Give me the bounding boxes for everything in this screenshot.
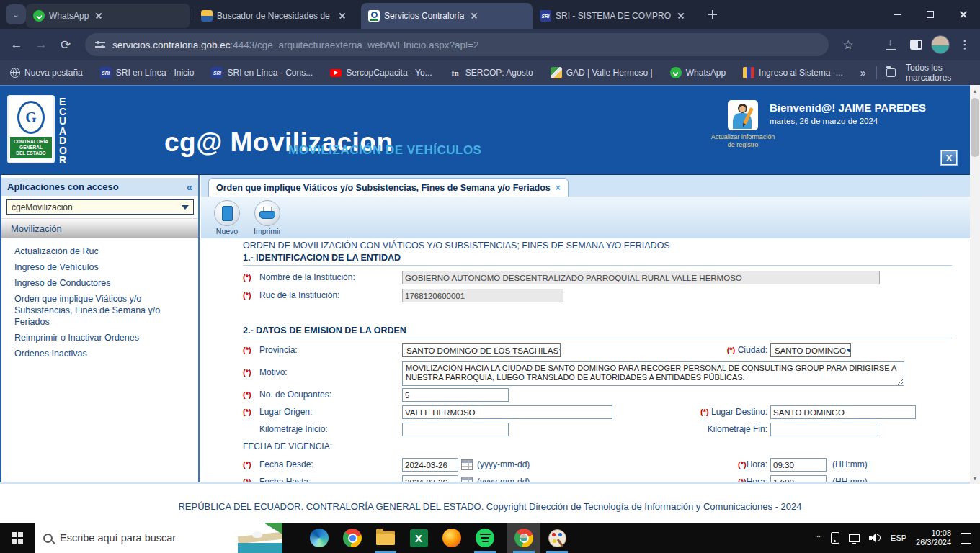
tab-close-icon[interactable]: [93, 10, 104, 22]
bookmark-sercopcapacita[interactable]: SercopCapacita - Yo...: [330, 68, 432, 78]
profile-button[interactable]: [928, 32, 953, 57]
taskbar-chrome[interactable]: [336, 523, 369, 553]
motivo-textarea[interactable]: MOVILIZACIÓN HACIA LA CIUDAD DE SANTO DO…: [402, 361, 904, 386]
bookmark-sercop-agosto[interactable]: fnSERCOP: Agosto: [450, 67, 533, 78]
bookmark-ingreso-sistema[interactable]: Ingreso al Sistema -...: [743, 67, 843, 78]
site-info-icon[interactable]: [95, 40, 105, 49]
forward-button[interactable]: →: [29, 32, 53, 57]
sidebar-item-orden-viaticos[interactable]: Orden que implique Viáticos y/o Subsiste…: [14, 291, 195, 330]
browser-tab-sri[interactable]: SRI SRI - SISTEMA DE COMPROBAN: [533, 4, 698, 28]
document-tab-strip: Orden que implique Viáticos y/o Subsiste…: [201, 175, 970, 197]
ciudad-label: (*) Ciudad:: [605, 345, 767, 355]
browser-tab-whatsapp[interactable]: WhatsApp: [26, 4, 190, 28]
bookmark-gad-valle-hermoso[interactable]: GAD | Valle Hermoso |: [551, 67, 653, 78]
sidebar-item-reimprimir-inactivar[interactable]: Reimprimir o Inactivar Ordenes: [14, 330, 195, 346]
document-tab-label: Orden que implique Viáticos y/o Subsiste…: [216, 183, 551, 193]
taskbar-spotify[interactable]: [468, 523, 502, 553]
hora-hasta-input[interactable]: [770, 475, 827, 482]
taskbar-clock[interactable]: 10:08 26/3/2024: [916, 529, 951, 547]
hora-hasta-label: (*)Hora:: [605, 477, 767, 482]
bookmark-sri-consultas[interactable]: SRISRI en Línea - Cons...: [211, 67, 313, 78]
tab-close-icon[interactable]: [337, 10, 348, 22]
required-marker: (*): [243, 346, 251, 354]
collapse-sidebar-button[interactable]: «: [187, 181, 192, 193]
taskbar-search[interactable]: Escribe aquí para buscar: [35, 523, 282, 553]
new-button[interactable]: Nuevo: [208, 200, 246, 235]
page-scrollbar[interactable]: ▲ ▼: [970, 85, 980, 484]
bookmark-sri-inicio[interactable]: SRISRI en Línea - Inicio: [100, 67, 195, 78]
origen-input[interactable]: [402, 405, 612, 419]
chevron-down-icon: [846, 349, 851, 352]
network-icon[interactable]: [849, 534, 860, 542]
tab-close-icon[interactable]: [468, 10, 480, 22]
taskbar-firefox[interactable]: [435, 523, 468, 553]
scroll-down-arrow[interactable]: ▼: [970, 472, 980, 484]
km-inicio-input[interactable]: [402, 423, 509, 436]
bookmark-nueva-pestana[interactable]: Nueva pestaña: [10, 68, 83, 78]
taskbar-excel[interactable]: X: [402, 523, 435, 553]
address-bar[interactable]: servicios.contraloria.gob.ec:4443/cge_ar…: [85, 33, 829, 56]
maximize-icon: [927, 11, 934, 18]
ciudad-select[interactable]: SANTO DOMINGO: [770, 343, 851, 357]
volume-icon[interactable]: [869, 533, 881, 543]
hidden-icons-button[interactable]: ⌃: [816, 534, 821, 542]
taskbar-paint[interactable]: [540, 523, 574, 553]
bookmark-whatsapp[interactable]: WhatsApp: [670, 67, 726, 78]
app-banner: G CONTRALORÍA GENERAL DEL ESTADO ECUADOR…: [0, 85, 980, 175]
back-button[interactable]: ←: [4, 32, 29, 57]
sidebar-item-ingreso-conductores[interactable]: Ingreso de Conductores: [14, 275, 195, 291]
browser-menu-button[interactable]: ⋮: [953, 32, 977, 57]
application-select[interactable]: cgeMovilizacion: [6, 199, 194, 215]
sidebar-item-ordenes-inactivas[interactable]: Ordenes Inactivas: [14, 346, 195, 361]
calendar-icon[interactable]: [461, 477, 473, 482]
ecuador-vertical-text: ECUADOR: [59, 97, 69, 166]
document-tab-close[interactable]: ×: [556, 183, 561, 193]
form-canvas: ORDEN DE MOVILIZACIÓN CON VIÁTICOS Y/O S…: [201, 238, 970, 482]
bookmark-star-button[interactable]: ☆: [836, 32, 860, 57]
tab-close-icon[interactable]: [675, 10, 687, 22]
browser-tab-servicios-contraloria[interactable]: Servicios Contraloría: [361, 3, 533, 29]
all-bookmarks-button[interactable]: Todos los marcadores: [906, 63, 970, 83]
action-center-button[interactable]: [961, 533, 971, 544]
maximize-button[interactable]: [914, 0, 947, 29]
update-registry-button[interactable]: [728, 100, 758, 130]
application-select-value: cgeMovilizacion: [12, 202, 73, 212]
reload-button[interactable]: ⟳: [53, 32, 78, 57]
logout-close-button[interactable]: X: [941, 150, 957, 165]
document-tab[interactable]: Orden que implique Viáticos y/o Subsiste…: [208, 178, 569, 197]
fecha-desde-input[interactable]: [402, 458, 458, 472]
fn-icon: fn: [450, 67, 461, 78]
bookmarks-overflow-button[interactable]: »: [860, 67, 866, 78]
minimize-button[interactable]: [881, 0, 914, 29]
language-indicator[interactable]: ESP: [891, 534, 906, 542]
taskbar-file-explorer[interactable]: [369, 523, 402, 553]
side-panel-button[interactable]: [904, 32, 928, 57]
start-button[interactable]: [0, 523, 35, 553]
device-tray-icon[interactable]: [831, 532, 839, 544]
calendar-icon[interactable]: [461, 459, 473, 470]
fecha-hasta-input[interactable]: [402, 475, 458, 482]
downloads-button[interactable]: ↓: [879, 32, 904, 57]
hora-desde-input[interactable]: [770, 458, 827, 472]
printer-icon: [259, 207, 275, 220]
close-button[interactable]: [947, 0, 980, 29]
destino-input[interactable]: [770, 405, 916, 419]
taskbar-edge[interactable]: [303, 523, 336, 553]
provincia-select[interactable]: SANTO DOMINGO DE LOS TSACHILAS: [402, 343, 561, 357]
ruc-input[interactable]: [402, 289, 564, 302]
sidebar-item-actualizacion-ruc[interactable]: Actualización de Ruc: [14, 243, 195, 259]
tab-search-button[interactable]: ⌄: [6, 4, 26, 24]
new-tab-button[interactable]: [703, 4, 723, 24]
scrollbar-thumb[interactable]: [971, 98, 979, 157]
search-highlight-image[interactable]: [238, 523, 282, 553]
ocupantes-input[interactable]: [402, 388, 509, 402]
sidebar-group-movilizacion[interactable]: Movilización: [1, 218, 198, 238]
taskbar-chrome-profile-active[interactable]: [507, 523, 540, 553]
browser-tab-buscador[interactable]: Buscador de Necesidades de Co: [194, 4, 361, 28]
sidebar-item-ingreso-vehiculos[interactable]: Ingreso de Vehículos: [14, 259, 195, 275]
print-button[interactable]: Imprimir: [249, 200, 286, 235]
required-marker: (*): [243, 390, 251, 399]
scroll-up-arrow[interactable]: ▲: [970, 85, 980, 96]
institucion-input[interactable]: [402, 271, 880, 284]
km-fin-input[interactable]: [770, 423, 878, 436]
